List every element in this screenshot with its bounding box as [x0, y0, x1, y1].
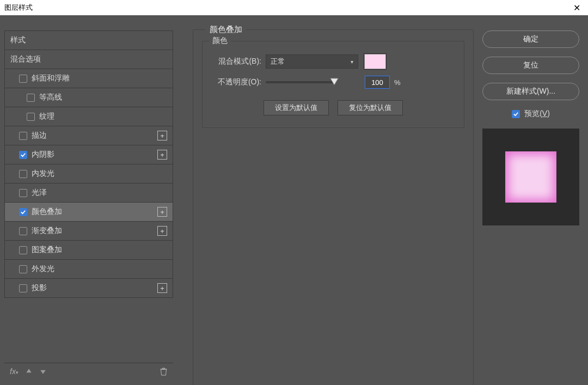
reset-button[interactable]: 复位 [482, 57, 579, 74]
preview-toggle-row[interactable]: 预览(V) [512, 109, 550, 119]
add-effect-icon[interactable]: + [157, 150, 167, 160]
styles-panel: 样式 混合选项 斜面和浮雕 等高线 [4, 30, 173, 379]
style-row-stroke[interactable]: 描边 + [5, 126, 173, 145]
opacity-row: 不透明度(O): % [211, 72, 455, 93]
style-row-outerglow[interactable]: 外发光 [5, 260, 173, 279]
checkbox-coloroverlay[interactable] [19, 208, 27, 216]
style-row-bevel[interactable]: 斜面和浮雕 [5, 69, 173, 88]
defaults-row: 设置为默认值 复位为默认值 [211, 100, 455, 115]
checkbox-stroke[interactable] [19, 132, 27, 140]
dialog-body: 样式 混合选项 斜面和浮雕 等高线 [0, 15, 588, 385]
add-effect-icon[interactable]: + [157, 283, 167, 293]
style-row-gradientoverlay[interactable]: 渐变叠加 + [5, 222, 173, 241]
style-row-dropshadow[interactable]: 投影 + [5, 279, 173, 298]
style-row-innershadow[interactable]: 内阴影 + [5, 145, 173, 164]
blend-mode-select[interactable]: 正常 ▾ [266, 54, 358, 69]
add-effect-icon[interactable]: + [157, 131, 167, 140]
style-row-texture[interactable]: 纹理 [5, 107, 173, 126]
style-label: 颜色叠加 [32, 207, 62, 217]
style-label: 纹理 [39, 112, 54, 121]
style-label: 外发光 [32, 264, 54, 274]
style-label: 渐变叠加 [32, 226, 62, 236]
checkbox-preview[interactable] [512, 110, 520, 118]
opacity-slider[interactable] [266, 81, 358, 83]
blending-options-label: 混合选项 [10, 54, 41, 64]
styles-header-label: 样式 [10, 35, 26, 45]
checkbox-bevel[interactable] [19, 75, 27, 83]
style-label: 等高线 [39, 93, 62, 102]
title-bar: 图层样式 ✕ [0, 0, 588, 15]
close-icon[interactable]: ✕ [570, 3, 584, 13]
opacity-label: 不透明度(O): [211, 77, 266, 87]
style-label: 光泽 [32, 188, 47, 198]
styles-list: 样式 混合选项 斜面和浮雕 等高线 [4, 30, 173, 298]
style-row-innerglow[interactable]: 内发光 [5, 164, 173, 184]
add-effect-icon[interactable]: + [157, 226, 167, 236]
style-label: 图案叠加 [32, 245, 62, 255]
checkbox-gradientoverlay[interactable] [19, 227, 27, 235]
move-down-icon[interactable] [39, 368, 47, 375]
style-label: 投影 [32, 283, 47, 293]
action-column: 确定 复位 新建样式(W)... 预览(V) [479, 30, 583, 225]
blend-mode-row: 混合模式(B): 正常 ▾ [211, 51, 455, 72]
opacity-input[interactable] [365, 76, 390, 89]
style-label: 斜面和浮雕 [32, 74, 70, 83]
blend-mode-value: 正常 [271, 57, 285, 66]
checkbox-innerglow[interactable] [19, 170, 27, 178]
set-default-button[interactable]: 设置为默认值 [264, 100, 329, 115]
fx-menu-icon[interactable]: fx▾ [10, 367, 19, 376]
color-subgroup: 颜色 混合模式(B): 正常 ▾ 不透明度(O): [202, 41, 464, 128]
style-row-coloroverlay[interactable]: 颜色叠加 + [5, 203, 173, 222]
blending-options-row[interactable]: 混合选项 [5, 50, 173, 69]
slider-track [266, 81, 334, 83]
preview-label: 预览(V) [524, 109, 550, 119]
style-row-patternoverlay[interactable]: 图案叠加 [5, 241, 173, 260]
ok-button[interactable]: 确定 [482, 30, 579, 48]
slider-thumb-icon[interactable] [330, 78, 339, 85]
checkbox-texture[interactable] [27, 113, 35, 121]
checkbox-innershadow[interactable] [19, 151, 27, 159]
move-up-icon[interactable] [25, 368, 33, 375]
checkbox-outerglow[interactable] [19, 265, 27, 273]
color-overlay-group: 颜色叠加 颜色 混合模式(B): 正常 ▾ 不透明度(O): [193, 29, 474, 385]
trash-icon[interactable] [160, 367, 168, 376]
preview-swatch [505, 151, 556, 203]
styles-footer: fx▾ [4, 363, 173, 379]
checkbox-satin[interactable] [19, 189, 27, 197]
style-row-contour[interactable]: 等高线 [5, 88, 173, 107]
subgroup-title: 颜色 [209, 36, 231, 46]
opacity-unit: % [394, 78, 401, 87]
checkbox-patternoverlay[interactable] [19, 246, 27, 254]
new-style-button[interactable]: 新建样式(W)... [482, 83, 579, 100]
chevron-down-icon: ▾ [351, 59, 353, 65]
checkbox-contour[interactable] [27, 94, 35, 102]
group-title: 颜色叠加 [205, 25, 247, 35]
blend-mode-label: 混合模式(B): [211, 57, 266, 66]
style-preview [482, 129, 579, 225]
style-label: 内阴影 [32, 150, 54, 160]
style-row-satin[interactable]: 光泽 [5, 184, 173, 203]
checkbox-dropshadow[interactable] [19, 284, 27, 292]
style-label: 内发光 [32, 169, 54, 179]
dialog-title: 图层样式 [4, 3, 33, 13]
settings-panel: 颜色叠加 颜色 混合模式(B): 正常 ▾ 不透明度(O): [193, 29, 474, 385]
color-swatch[interactable] [364, 53, 387, 70]
reset-default-button[interactable]: 复位为默认值 [338, 100, 403, 115]
style-label: 描边 [32, 131, 47, 140]
styles-header[interactable]: 样式 [5, 31, 173, 50]
add-effect-icon[interactable]: + [157, 207, 167, 217]
